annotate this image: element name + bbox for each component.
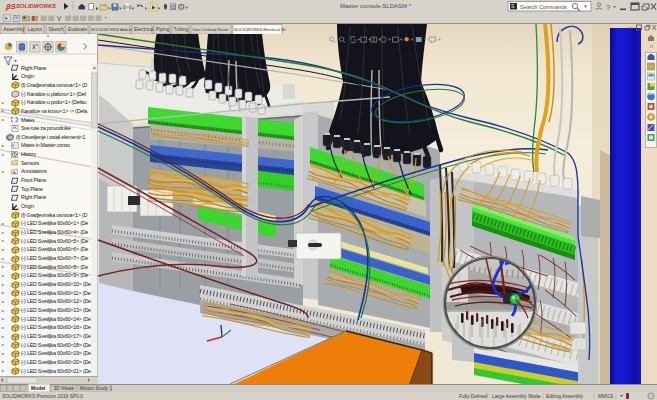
svg-text:Fully Defined: Fully Defined xyxy=(459,394,488,399)
svg-text:10: 10 xyxy=(13,125,17,129)
svg-text:A: A xyxy=(13,169,16,174)
svg-text:Evaluate: Evaluate xyxy=(68,27,87,32)
svg-text:Model: Model xyxy=(31,385,46,391)
svg-text:Electrical: Electrical xyxy=(134,27,154,32)
svg-text:Search Commands: Search Commands xyxy=(520,4,567,10)
svg-text:Master console.SLDASM *: Master console.SLDASM * xyxy=(340,3,412,9)
svg-text:Assembly: Assembly xyxy=(3,27,25,32)
svg-text:SOLIDWORKS Electrical 3D: SOLIDWORKS Electrical 3D xyxy=(234,27,286,32)
svg-text:βS: βS xyxy=(5,2,16,11)
svg-text:Tubing: Tubing xyxy=(174,27,189,32)
svg-text:SOLIDWORKS Add-Ins: SOLIDWORKS Add-Ins xyxy=(91,27,134,32)
svg-text:Layout: Layout xyxy=(28,27,43,32)
svg-text:User Defined Route: User Defined Route xyxy=(193,27,230,32)
svg-text:3D Views: 3D Views xyxy=(54,386,75,391)
svg-text:MMGS: MMGS xyxy=(598,394,614,399)
svg-text:?: ? xyxy=(606,3,611,12)
svg-text:Piping: Piping xyxy=(156,27,170,32)
svg-text:SOLIDWORKS Premium 2019 SP0.0: SOLIDWORKS Premium 2019 SP0.0 xyxy=(2,394,83,399)
svg-text:Sketch: Sketch xyxy=(49,27,64,32)
svg-text:SOLIDWORKS: SOLIDWORKS xyxy=(16,3,56,9)
svg-text:Motion Study 1: Motion Study 1 xyxy=(80,386,113,391)
svg-text:Editing Assembly: Editing Assembly xyxy=(546,394,584,399)
svg-text:V: V xyxy=(57,15,62,22)
svg-text:Large Assembly Mode: Large Assembly Mode xyxy=(492,394,541,399)
